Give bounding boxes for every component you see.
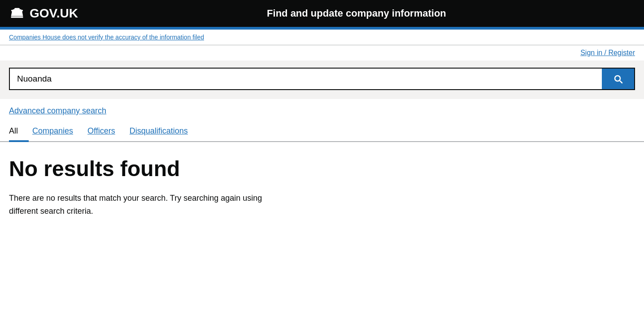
- search-section: [0, 60, 644, 99]
- search-bar: [9, 68, 635, 90]
- svg-point-1: [11, 10, 13, 12]
- crown-icon: [9, 6, 25, 21]
- main-content: No results found There are no results th…: [0, 142, 644, 232]
- svg-point-2: [16, 8, 18, 10]
- advanced-search-section: Advanced company search: [0, 99, 644, 116]
- tabs-section: All Companies Officers Disqualifications: [0, 116, 644, 142]
- svg-rect-0: [11, 16, 23, 17]
- tab-companies[interactable]: Companies: [32, 123, 84, 141]
- search-icon: [613, 73, 623, 84]
- search-input[interactable]: [10, 69, 602, 89]
- gov-uk-logo: GOV.UK: [9, 6, 78, 21]
- sign-in-bar: Sign in / Register: [0, 45, 644, 60]
- no-results-heading: No results found: [9, 156, 635, 181]
- tab-officers[interactable]: Officers: [87, 123, 126, 141]
- advanced-search-link[interactable]: Advanced company search: [9, 106, 106, 115]
- tab-disqualifications[interactable]: Disqualifications: [130, 123, 199, 141]
- site-header: GOV.UK Find and update company informati…: [0, 0, 644, 27]
- header-title: Find and update company information: [78, 8, 635, 19]
- tab-all[interactable]: All: [9, 123, 29, 142]
- no-results-body: There are no results that match your sea…: [9, 192, 278, 218]
- sign-in-link[interactable]: Sign in / Register: [580, 49, 635, 57]
- svg-point-3: [21, 10, 23, 12]
- gov-uk-text: GOV.UK: [30, 6, 78, 21]
- search-button[interactable]: [602, 69, 634, 89]
- disclaimer-bar: Companies House does not verify the accu…: [0, 30, 644, 45]
- tabs-list: All Companies Officers Disqualifications: [9, 123, 635, 141]
- disclaimer-link[interactable]: Companies House does not verify the accu…: [9, 34, 204, 41]
